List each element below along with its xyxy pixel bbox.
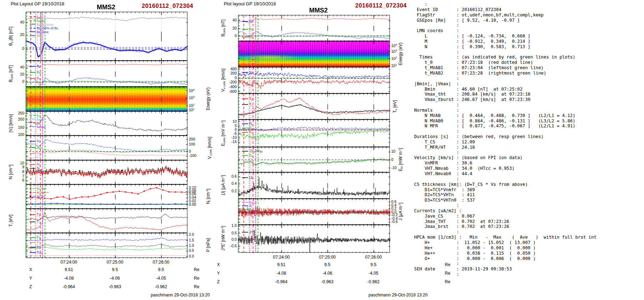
- legend-item: tcs: [30, 15, 59, 19]
- coord-row-label: Y: [217, 271, 220, 276]
- plot-area-left: tcstMVABBL minmaxBL, 50% of BLBL, brst|B…: [26, 12, 187, 258]
- legend-label: BL minmax: [37, 23, 54, 26]
- ytick-label: 0: [221, 76, 237, 80]
- series-J-abs: [238, 177, 390, 196]
- legend-swatch: [242, 202, 248, 203]
- plot-canvas-blmn: [238, 15, 390, 41]
- axis-label-vi-abs: |Vi| [km/s]: [8, 97, 14, 150]
- legend-item: |J|: [242, 176, 253, 180]
- legend-swatch: [242, 128, 248, 128]
- plot-canvas-ion-espec: [26, 87, 188, 112]
- ytick-label: 1.0: [189, 243, 207, 248]
- panel-middle-j-abs[interactable]: |J|: [238, 172, 390, 199]
- legend-label: EM: [249, 153, 254, 158]
- ytick-label: -10: [221, 135, 237, 139]
- coord-value: -4.08: [55, 276, 83, 281]
- ytick-label: 40: [9, 20, 24, 24]
- panel-left-blmn[interactable]: BLBMBN: [26, 61, 187, 87]
- time-tick-label: 07:26:00: [359, 255, 388, 260]
- legend-swatch: [242, 151, 248, 152]
- panel-left-ti[interactable]: T∥T⊥: [26, 209, 187, 233]
- legend-item: BM: [30, 69, 41, 75]
- ytick-label: 0.2: [221, 189, 237, 193]
- coord-value: 9.5: [147, 267, 175, 272]
- legend-item: Ph: [30, 245, 42, 250]
- panel-left-n-minor[interactable]: N He+N He++N O+: [26, 184, 187, 209]
- ytick-label: 0.4: [221, 181, 237, 185]
- info-line: T_MFR/HT : 24.18: [414, 145, 597, 150]
- panel-middle-te[interactable]: T∥T⊥: [238, 93, 390, 120]
- coord-value: -0.964: [55, 284, 83, 289]
- legend-marker-dot: [30, 188, 31, 189]
- ytick-label: 0: [9, 79, 24, 83]
- ytick-label: 100: [9, 132, 24, 137]
- series-V-L: [26, 140, 188, 152]
- info-line: VHT.Nmvab0 : 44.4: [414, 171, 597, 177]
- legend-swatch: [30, 66, 36, 67]
- panel-left-n[interactable]: NeNi: [26, 160, 187, 184]
- legend-p: PBPpPhPtot: [30, 235, 42, 255]
- legend-label: |B|: [37, 34, 41, 37]
- ytick-label: 0: [189, 149, 207, 153]
- legend-blmn: BLBMBN: [30, 63, 41, 81]
- coord-row-label: X: [217, 262, 220, 267]
- info-line: Event ID : 20160112_072304: [414, 7, 597, 12]
- series-P-p: [26, 255, 188, 256]
- panel-middle-jdote[interactable]: J*E': [238, 225, 390, 253]
- panel-left-ion-espec[interactable]: [26, 87, 187, 111]
- panel-middle-ve-lmn[interactable]: VL: [238, 67, 390, 93]
- info-line: :: [414, 272, 597, 277]
- panel-left-bl-babs[interactable]: tcstMVABBL minmaxBL, 50% of BLBL, brst|B…: [26, 12, 187, 61]
- plot-credit: paschmann 29-Oct-2018 13:20: [130, 293, 230, 298]
- legend-item: BL: [242, 17, 254, 25]
- ytick-label: 400: [221, 67, 237, 71]
- info-line: :: [414, 2, 597, 7]
- coord-value: -0.963: [101, 284, 129, 289]
- info-line: N MVAB0 : [ 0.864, -0.486, -0.131 ] (L3/…: [414, 118, 597, 124]
- info-line: :: [414, 261, 597, 266]
- legend-swatch: [30, 237, 36, 238]
- panel-middle-em-vexb[interactable]: -(VexB)MEM: [238, 147, 390, 172]
- legend-label: BN: [249, 35, 253, 39]
- series-J-N: [238, 207, 390, 217]
- ytick-label: -600: [221, 89, 237, 93]
- coord-row-label: Y: [29, 276, 32, 281]
- ytick-label: 0.0: [189, 254, 207, 258]
- panel-middle-elmn[interactable]: ELEMEN: [238, 120, 390, 147]
- legend-swatch: [242, 155, 248, 156]
- ytick-label: 250: [9, 111, 24, 115]
- panel-middle-jlmn[interactable]: tmaxJJLJMJN: [238, 199, 390, 225]
- legend-swatch: [242, 205, 248, 206]
- legend-swatch: [30, 214, 36, 215]
- info-line: :: [414, 229, 597, 235]
- info-line: He++ : 0.038 - 0.115 ( 0.050 ): [414, 251, 597, 256]
- ytick-label: -0.6: [391, 219, 409, 224]
- ytick-label: 0.5: [189, 248, 207, 253]
- legend-item: EN: [242, 130, 254, 134]
- legend-item: EM: [242, 126, 254, 130]
- ytick-label: 104: [189, 88, 207, 93]
- info-line: :: [414, 76, 597, 81]
- ytick-label: -100: [189, 153, 207, 158]
- ytick-label: -400: [221, 85, 237, 89]
- panel-left-vi-abs[interactable]: tHTtvmaxtcstdvmax: [26, 111, 187, 136]
- series-T-par: [26, 212, 188, 231]
- panel-middle-blmn[interactable]: BLBMBN: [238, 15, 390, 41]
- legend-swatch: [242, 98, 248, 99]
- legend-label: BL, brst: [37, 30, 49, 34]
- event-id: 20160112_072304: [142, 2, 193, 9]
- ytick-label: 20: [221, 26, 237, 30]
- panel-middle-e-espec[interactable]: [238, 41, 390, 67]
- info-line: SEH date : 2019-11-29 09:38:53: [414, 266, 597, 272]
- panel-left-p[interactable]: PBPpPhPtot: [26, 233, 187, 258]
- legend-swatch: [242, 177, 248, 178]
- series-Vi-abs: [26, 115, 188, 131]
- legend-item: JN: [242, 211, 257, 215]
- legend-swatch: [30, 35, 36, 36]
- panel-left-vi-lmn[interactable]: VLVMVN: [26, 136, 187, 160]
- info-line: Jave_CS : 0.067: [414, 214, 597, 219]
- coord-unit: Re: [194, 284, 199, 289]
- ytick-label: 102: [189, 103, 207, 108]
- coord-row-label: Z: [217, 279, 220, 284]
- legend-blmn: BLBMBN: [242, 17, 254, 41]
